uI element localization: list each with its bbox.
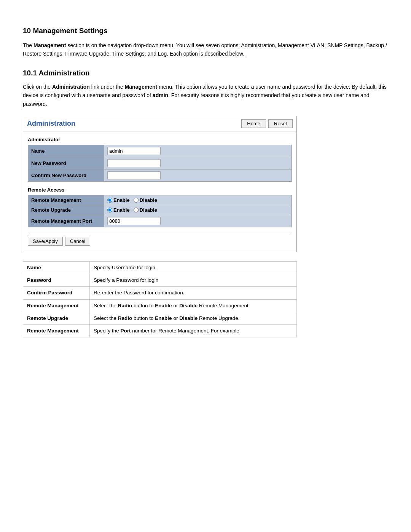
home-button[interactable]: Home (241, 119, 266, 128)
form-actions: Save/Apply Cancel (28, 237, 292, 248)
remote-upgrade-enable-label[interactable]: Enable (107, 207, 130, 213)
remote-management-cell: Enable Disable (104, 195, 292, 205)
admin-panel: Administration Home Reset Administrator … (23, 116, 297, 252)
save-apply-button[interactable]: Save/Apply (28, 237, 63, 246)
remote-port-cell (104, 215, 292, 227)
desc-value-name: Specify Username for login. (90, 261, 297, 274)
credentials-table: Name New Password Confirm New Password (28, 145, 292, 182)
table-row: Remote Management Select the Radio butto… (23, 299, 297, 312)
new-password-input[interactable] (107, 159, 161, 167)
remote-upgrade-cell: Enable Disable (104, 205, 292, 215)
table-row: Name (28, 145, 292, 157)
table-row: Remote Management Port (28, 215, 292, 227)
remote-management-radio-group: Enable Disable (107, 197, 288, 203)
name-cell (104, 145, 292, 157)
admin-header-buttons: Home Reset (241, 119, 293, 128)
name-label: Name (28, 145, 104, 157)
table-row: Confirm New Password (28, 169, 292, 181)
remote-port-label: Remote Management Port (28, 215, 104, 227)
remote-management-label: Remote Management (28, 195, 104, 205)
desc-field-name: Name (23, 261, 90, 274)
reset-button[interactable]: Reset (268, 119, 293, 128)
section-title: 10 Management Settings (23, 27, 388, 35)
admin-header: Administration Home Reset (23, 116, 296, 131)
table-row: Remote Upgrade Enable Disable (28, 205, 292, 215)
description-table: Name Specify Username for login. Passwor… (23, 261, 297, 338)
section-intro: The Management section is on the navigat… (23, 41, 388, 58)
name-input[interactable] (107, 147, 161, 155)
remote-upgrade-disable-radio[interactable] (134, 208, 139, 212)
remote-access-table: Remote Management Enable Disable (28, 195, 292, 227)
form-divider (28, 233, 292, 233)
remote-management-disable-label[interactable]: Disable (134, 197, 157, 203)
remote-management-enable-label[interactable]: Enable (107, 197, 130, 203)
remote-upgrade-enable-radio[interactable] (107, 208, 112, 212)
desc-value-confirm-password: Re-enter the Password for confirmation. (90, 287, 297, 299)
table-row: Name Specify Username for login. (23, 261, 297, 274)
administrator-label: Administrator (28, 137, 292, 142)
desc-field-password: Password (23, 274, 90, 287)
desc-value-remote-upgrade: Select the Radio button to Enable or Dis… (90, 312, 297, 324)
desc-field-remote-mgmt: Remote Management (23, 299, 90, 312)
table-row: New Password (28, 157, 292, 169)
desc-field-remote-upgrade: Remote Upgrade (23, 312, 90, 324)
table-row: Remote Management Enable Disable (28, 195, 292, 205)
remote-port-input[interactable] (107, 217, 161, 225)
subsection-intro: Click on the Administration link under t… (23, 83, 388, 108)
desc-value-remote-mgmt-port: Specify the Port number for Remote Manag… (90, 325, 297, 337)
subsection-title: 10.1 Administration (23, 69, 388, 77)
desc-value-password: Specify a Password for login (90, 274, 297, 287)
table-row: Remote Management Specify the Port numbe… (23, 325, 297, 337)
remote-management-disable-radio[interactable] (134, 198, 139, 203)
confirm-password-cell (104, 169, 292, 181)
desc-field-remote-mgmt-port: Remote Management (23, 325, 90, 337)
table-row: Remote Upgrade Select the Radio button t… (23, 312, 297, 324)
table-row: Confirm Password Re-enter the Password f… (23, 287, 297, 299)
admin-body: Administrator Name New Password Confirm … (23, 131, 296, 252)
remote-upgrade-label: Remote Upgrade (28, 205, 104, 215)
confirm-password-label: Confirm New Password (28, 169, 104, 181)
remote-management-enable-radio[interactable] (107, 198, 112, 203)
desc-field-confirm-password: Confirm Password (23, 287, 90, 299)
remote-upgrade-disable-label[interactable]: Disable (134, 207, 157, 213)
remote-upgrade-radio-group: Enable Disable (107, 207, 288, 213)
cancel-button[interactable]: Cancel (65, 237, 90, 246)
confirm-password-input[interactable] (107, 171, 161, 179)
new-password-label: New Password (28, 157, 104, 169)
admin-panel-title: Administration (27, 120, 75, 128)
remote-access-label: Remote Access (28, 187, 292, 193)
new-password-cell (104, 157, 292, 169)
desc-value-remote-mgmt: Select the Radio button to Enable or Dis… (90, 299, 297, 312)
table-row: Password Specify a Password for login (23, 274, 297, 287)
